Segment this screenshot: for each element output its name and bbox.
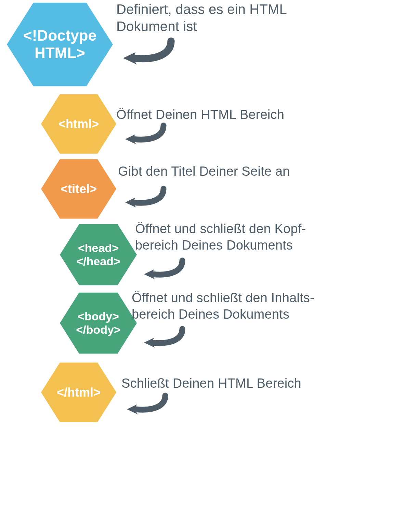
hex-html-open: <html> bbox=[41, 92, 116, 156]
arrow-html-open bbox=[120, 121, 168, 147]
hex-html-close-label: </html> bbox=[57, 385, 101, 399]
hex-body-label: <body></body> bbox=[76, 310, 120, 336]
arrow-html-close bbox=[121, 391, 169, 417]
desc-html-open: Öffnet Deinen HTML Bereich bbox=[116, 107, 390, 123]
hex-body: <body></body> bbox=[60, 291, 137, 356]
hex-html-open-label: <html> bbox=[58, 117, 99, 131]
desc-titel: Gibt den Titel Deiner Seite an bbox=[118, 163, 392, 180]
desc-head: Öffnet und schließt den Kopf-bereich Dei… bbox=[135, 221, 402, 253]
arrow-titel bbox=[120, 185, 168, 210]
hex-titel-label: <titel> bbox=[61, 182, 97, 196]
hex-doctype: <!DoctypeHTML> bbox=[7, 0, 113, 89]
desc-doctype: Definiert, dass es ein HTMLDokument ist bbox=[116, 1, 390, 35]
hex-head: <head></head> bbox=[60, 222, 137, 287]
hex-titel: <titel> bbox=[41, 157, 116, 221]
hex-head-label: <head></head> bbox=[76, 241, 120, 268]
desc-body: Öffnet und schließt den Inhalts-bereich … bbox=[132, 290, 402, 322]
hex-doctype-label: <!DoctypeHTML> bbox=[23, 27, 96, 62]
desc-html-close: Schließt Deinen HTML Bereich bbox=[121, 375, 395, 392]
arrow-doctype bbox=[116, 36, 176, 68]
hex-html-close: </html> bbox=[41, 361, 116, 424]
arrow-head bbox=[139, 256, 186, 282]
arrow-body bbox=[139, 325, 186, 350]
diagram-canvas: <!DoctypeHTML> Definiert, dass es ein HT… bbox=[0, 0, 404, 532]
